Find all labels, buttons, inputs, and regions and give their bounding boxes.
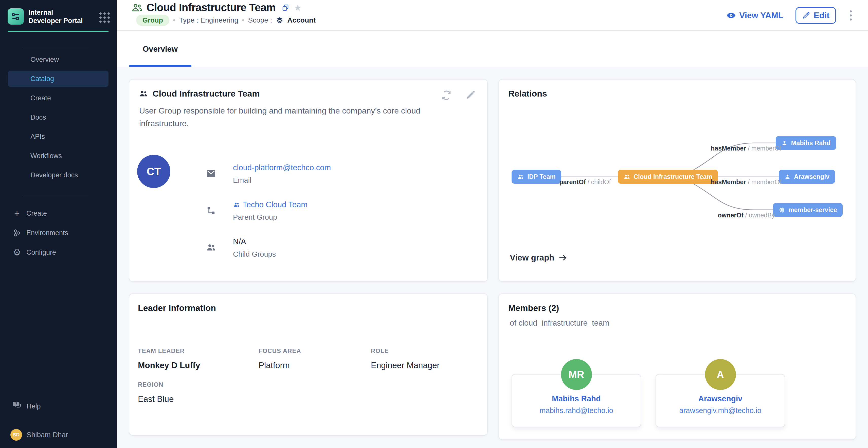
bullet-separator: • [242, 16, 245, 25]
field-label: Email [233, 176, 331, 185]
member-name-link[interactable]: Mabihs Rahd [512, 394, 641, 404]
arrow-right-icon [558, 253, 567, 262]
node-member-service[interactable]: member-service [773, 203, 843, 217]
sidebar-item-apis[interactable]: APIs [8, 128, 108, 145]
nav-divider [24, 47, 88, 48]
sidebar-item-workflows[interactable]: Workflows [8, 148, 108, 164]
sidebar-item-overview[interactable]: Overview [8, 52, 108, 68]
member-name-link[interactable]: Arawsengiv [656, 394, 784, 404]
type-label: Type : Engineering [179, 16, 239, 24]
sidebar-nav: Overview Catalog Create Docs APIs Workfl… [8, 52, 108, 186]
node-label: Arawsengiv [794, 173, 830, 181]
star-favorite-icon[interactable]: ★ [294, 3, 302, 13]
field-value: Engineer Manager [371, 360, 440, 370]
node-arawsengiv[interactable]: Arawsengiv [779, 170, 835, 184]
email-row: cloud-platform@techco.com Email [206, 163, 331, 185]
field-label: REGION [138, 381, 174, 388]
active-tab-indicator [129, 65, 191, 67]
refresh-icon[interactable] [441, 90, 452, 101]
hierarchy-icon [206, 205, 216, 221]
member-email[interactable]: arawsengiv.mh@techo.io [656, 407, 784, 415]
group-icon [623, 173, 630, 180]
node-label: Mabihs Rahd [791, 139, 831, 147]
brand-accent-bar [8, 31, 108, 32]
group-icon [517, 173, 524, 180]
sidebar-item-label: Configure [26, 249, 56, 256]
members-card: Members (2) of cloud_infrastructure_team… [498, 293, 856, 440]
node-mabihs-rahd[interactable]: Mabihs Rahd [776, 136, 836, 150]
edit-button[interactable]: Edit [796, 7, 836, 24]
sidebar-item-create[interactable]: Create [8, 90, 108, 106]
sidebar-item-label: Overview [30, 56, 59, 64]
field-focus-area: FOCUS AREA Platform [258, 347, 301, 370]
member-email[interactable]: mabihs.rahd@techo.io [512, 407, 641, 415]
envelope-icon [206, 168, 216, 185]
user-name: Shibam Dhar [27, 431, 68, 439]
view-graph-label: View graph [510, 253, 554, 262]
field-label: ROLE [371, 347, 440, 354]
child-groups-row: N/A Child Groups [206, 237, 276, 258]
team-avatar: CT [137, 155, 170, 188]
user-menu[interactable]: SD Shibam Dhar [10, 427, 68, 443]
parent-group-row: Techo Cloud Team Parent Group [206, 200, 308, 221]
entity-meta: Group • Type : Engineering • Scope : Acc… [136, 15, 316, 26]
view-yaml-button[interactable]: View YAML [726, 11, 783, 20]
card-title: Members (2) [508, 303, 559, 313]
leader-info-card: Leader Information TEAM LEADER Monkey D … [129, 293, 488, 436]
sidebar-item-label: Workflows [30, 152, 62, 160]
bullet-separator: • [173, 16, 176, 25]
edge-label-hasmember-top: hasMember / memberOf [709, 145, 783, 152]
tab-label: Overview [143, 44, 178, 54]
sidebar-item-label: Docs [30, 114, 46, 121]
apps-grid-icon[interactable] [99, 12, 110, 23]
more-options-kebab-icon[interactable] [848, 9, 853, 22]
node-idp-team[interactable]: IDP Team [512, 170, 561, 184]
person-icon [784, 173, 791, 180]
sidebar-item-developer-docs[interactable]: Developer docs [8, 167, 108, 183]
scope-label: Scope : [248, 16, 272, 24]
app-title: Internal Developer Portal [28, 8, 87, 25]
edit-pencil-icon[interactable] [465, 90, 476, 101]
nav-divider [24, 196, 88, 196]
sidebar-item-help[interactable]: ? Help [12, 398, 41, 414]
plus-icon: + [13, 208, 21, 218]
sidebar-item-catalog[interactable]: Catalog [8, 71, 108, 87]
member-card: MR Mabihs Rahd mabihs.rahd@techo.io [512, 374, 641, 427]
field-label: TEAM LEADER [138, 347, 200, 354]
parent-group-link[interactable]: Techo Cloud Team [233, 200, 308, 209]
tab-bar: Overview [117, 31, 868, 67]
member-card: A Arawsengiv arawsengiv.mh@techo.io [656, 374, 785, 427]
people-icon [206, 242, 216, 258]
edge-label-parentof: parentOf / childOf [558, 179, 612, 186]
gear-icon: ⚙ [13, 247, 21, 257]
page-content: Cloud Infrastructure Team User Group res… [117, 67, 868, 448]
field-value: Monkey D Luffy [138, 360, 200, 370]
sidebar-item-environments[interactable]: Environments [8, 225, 108, 241]
field-value: Platform [258, 360, 301, 370]
view-graph-link[interactable]: View graph [510, 253, 567, 262]
group-entity-icon [131, 2, 143, 13]
edit-label: Edit [814, 11, 830, 20]
sidebar-item-configure[interactable]: ⚙ Configure [8, 244, 108, 260]
node-label: IDP Team [527, 173, 556, 181]
parent-group-name: Techo Cloud Team [243, 200, 308, 209]
sidebar-item-label: APIs [30, 133, 45, 141]
node-label: member-service [788, 206, 837, 214]
kind-badge: Group [136, 15, 169, 26]
tab-overview[interactable]: Overview [129, 31, 191, 67]
avatar: MR [561, 359, 592, 390]
main-area: Cloud Infrastructure Team ★ Group • Type… [117, 0, 868, 448]
view-yaml-label: View YAML [739, 11, 783, 20]
field-label: Parent Group [233, 213, 308, 221]
field-label: Child Groups [233, 250, 276, 258]
team-description: User Group responsible for building and … [139, 104, 431, 130]
team-email-link[interactable]: cloud-platform@techco.com [233, 163, 331, 172]
layers-scope-icon [276, 16, 284, 24]
hexagons-icon [13, 228, 21, 238]
team-info-card: Cloud Infrastructure Team User Group res… [129, 79, 488, 282]
copy-icon[interactable] [282, 4, 289, 11]
sidebar-item-create-action[interactable]: + Create [8, 205, 108, 221]
field-value: East Blue [138, 394, 174, 404]
node-cloud-infrastructure-team[interactable]: Cloud Infrastructure Team [618, 170, 718, 184]
sidebar-item-docs[interactable]: Docs [8, 109, 108, 125]
